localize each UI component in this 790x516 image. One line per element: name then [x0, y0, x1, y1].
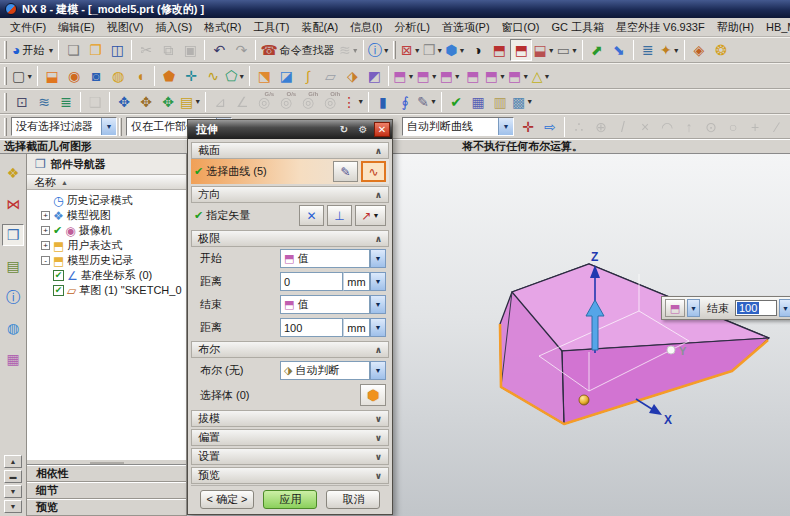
specify-vector-row[interactable]: ✔ 指定矢量 ✕ ⊥ ↗▼	[191, 203, 389, 228]
spinner-down-icon[interactable]: ▼	[370, 272, 386, 291]
menu-item-15[interactable]: HB_MOULD M6.6	[760, 20, 790, 34]
window-info-button[interactable]: ⓘ▼	[367, 39, 391, 61]
offset-region-button[interactable]: ⬒▼	[439, 65, 462, 87]
menu-item-5[interactable]: 格式(R)	[198, 19, 247, 36]
sync-warn-button[interactable]: △▼	[530, 65, 552, 87]
solid-front-face[interactable]	[562, 338, 769, 424]
window-snapshot-button[interactable]: ⊡	[11, 91, 33, 113]
annotation-button[interactable]: ✎▼	[416, 91, 438, 113]
toolbar-handle[interactable]	[119, 118, 122, 136]
chevron-down-icon[interactable]: ▼	[370, 295, 386, 314]
direction-group-header[interactable]: 方向 ∧	[191, 186, 389, 203]
move-face-button[interactable]: ⬒▼	[392, 65, 415, 87]
measure-more-button[interactable]: ⋮▼	[341, 91, 365, 113]
expand-icon[interactable]: +	[41, 211, 50, 220]
customize-button[interactable]: ◈	[688, 39, 710, 61]
rib-button[interactable]: ◖	[129, 65, 151, 87]
open-file-button[interactable]: ❐	[84, 39, 106, 61]
translucency-button[interactable]: ◑	[466, 39, 488, 61]
clip-section-button[interactable]: ⬒	[510, 39, 532, 61]
subtract-button[interactable]: ◩	[363, 65, 385, 87]
toolbar-handle[interactable]	[4, 67, 7, 85]
expand-icon[interactable]: +	[41, 241, 50, 250]
curve-point-button[interactable]: ∿	[202, 65, 224, 87]
collapse-icon[interactable]: -	[41, 256, 50, 265]
select-rectangle-button[interactable]: ▭▼	[556, 39, 579, 61]
chevron-down-icon[interactable]: ▼	[357, 98, 364, 105]
chevron-down-icon[interactable]: ▼	[370, 249, 386, 268]
sketch-section-button[interactable]: ✎	[333, 161, 358, 182]
chevron-down-icon[interactable]: ▼	[431, 73, 438, 80]
chevron-down-icon[interactable]: ▼	[499, 73, 506, 80]
chevron-down-icon[interactable]: ▼	[383, 47, 390, 54]
start-menu-button[interactable]: ◕开始▼	[11, 39, 55, 61]
start-limit-select[interactable]: ⬒值 ▼	[280, 249, 386, 268]
part-navigator-tab[interactable]: ❒	[2, 224, 24, 246]
boolean-select[interactable]: ⬗自动判断 ▼	[280, 361, 386, 380]
fit-window-button[interactable]: ⊠▼	[400, 39, 422, 61]
menu-item-10[interactable]: 首选项(P)	[436, 19, 496, 36]
limit-option-button[interactable]: ⬒	[665, 299, 685, 317]
origin-drag-ball[interactable]	[579, 395, 589, 405]
edit-section-button[interactable]: ⬒	[488, 39, 510, 61]
constraint-navigator-tab[interactable]: ⋈	[2, 193, 24, 215]
roles-button[interactable]: ❂	[710, 39, 732, 61]
replace-face-button[interactable]: ⬒	[462, 65, 484, 87]
chevron-down-icon[interactable]: ▼	[194, 98, 201, 105]
midpoint-handle[interactable]	[667, 346, 675, 354]
panel-2-header[interactable]: 细节	[27, 482, 186, 499]
menu-item-12[interactable]: GC 工具箱	[545, 19, 610, 36]
command-finder-button[interactable]: ☎命令查找器	[259, 39, 337, 61]
dialog-reset-button[interactable]: ↻	[336, 122, 352, 137]
checkbox-checked[interactable]: ✔	[53, 285, 64, 296]
draft-section-header[interactable]: 拔模∨	[191, 410, 389, 427]
save-button[interactable]: ◫	[106, 39, 128, 61]
menu-item-9[interactable]: 分析(L)	[388, 19, 435, 36]
hd3d-tools-tab[interactable]: ⓘ	[2, 286, 24, 308]
cylinder-tool-button[interactable]: ▮	[372, 91, 394, 113]
resource-splitter-button[interactable]: ▬	[4, 470, 22, 483]
expand-icon[interactable]: +	[41, 226, 50, 235]
wcs-orient-button[interactable]: ✥	[157, 91, 179, 113]
navigator-column-header[interactable]: 名称 ▲	[27, 174, 186, 190]
toolbar-handle[interactable]	[393, 41, 396, 59]
edit-cross-section-button[interactable]: ⬒▼	[507, 65, 530, 87]
end-distance-field[interactable]: 100 mm ▼	[280, 318, 386, 337]
menu-item-3[interactable]: 视图(V)	[101, 19, 150, 36]
dialog-close-button[interactable]: ✕	[374, 122, 390, 137]
emboss-button[interactable]: ⬟	[158, 65, 180, 87]
revolve-button[interactable]: ◉	[63, 65, 85, 87]
menu-item-8[interactable]: 信息(I)	[344, 19, 388, 36]
chevron-down-icon[interactable]: ▼	[101, 118, 116, 135]
dialog-options-button[interactable]: ⚙	[355, 122, 371, 137]
chevron-down-icon[interactable]: ▼	[548, 47, 555, 54]
palette-tab[interactable]: ▦	[2, 348, 24, 370]
offset-face-button[interactable]: ⬠▼	[224, 65, 246, 87]
menu-item-13[interactable]: 星空外挂 V6.933F	[610, 19, 711, 36]
chevron-down-icon[interactable]: ▼	[454, 73, 461, 80]
settings-section-header[interactable]: 设置∨	[191, 448, 389, 465]
end-limit-select[interactable]: ⬒值 ▼	[280, 295, 386, 314]
compare-button[interactable]: ▩▼	[511, 91, 534, 113]
chevron-down-icon[interactable]: ▼	[687, 299, 700, 317]
information-window-button[interactable]: ≣	[55, 91, 77, 113]
curve-rule-select[interactable]: 自动判断曲线 ▼	[402, 117, 514, 136]
snap-enable-button[interactable]: ✛	[517, 116, 539, 138]
select-curve-row[interactable]: ✔ 选择曲线 (5) ✎ ∿	[191, 159, 389, 184]
menu-item-1[interactable]: 文件(F)	[4, 19, 52, 36]
menu-item-7[interactable]: 装配(A)	[295, 19, 344, 36]
tree-item-model-views[interactable]: +❖模型视图	[27, 208, 186, 223]
show-hide-button[interactable]: ⬈	[586, 39, 608, 61]
tree-item-user-expressions[interactable]: +⬒用户表达式	[27, 238, 186, 253]
tree-item-cameras[interactable]: +✔◉摄像机	[27, 223, 186, 238]
checkbox-checked[interactable]: ✔	[53, 270, 64, 281]
reuse-library-tab[interactable]: ▤	[2, 255, 24, 277]
sweep-button[interactable]: ∫	[297, 65, 319, 87]
redo-button[interactable]: ↷	[230, 39, 252, 61]
view-orientation-button[interactable]: ✦▼	[659, 39, 681, 61]
panel-splitter[interactable]	[27, 459, 186, 465]
panel-3-header[interactable]: 预览	[27, 499, 186, 516]
layer-visible-button[interactable]: ≋	[33, 91, 55, 113]
chevron-down-icon[interactable]: ▼	[526, 98, 533, 105]
web-browser-tab[interactable]: ◍	[2, 317, 24, 339]
